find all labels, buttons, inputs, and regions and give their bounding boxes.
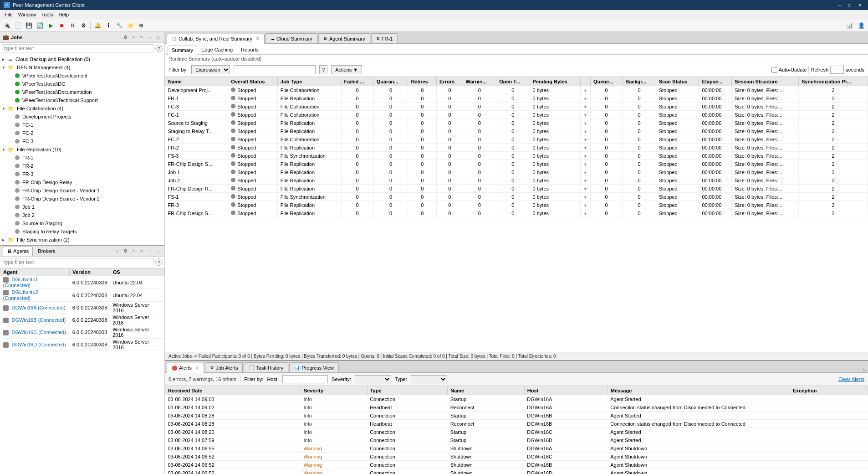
agent-row[interactable]: DGWin16B (Connected) 6.0.0.20240308 Wind… (0, 314, 164, 326)
bottom-maximize-btn[interactable]: □ (863, 366, 866, 371)
main-tab[interactable]: ☁Cloud Summary (266, 33, 317, 43)
alert-row[interactable]: 03-08-2024 14:08:20 Info Connection Star… (165, 428, 868, 436)
col-sync-pr[interactable]: Synchronization Pr... (798, 77, 868, 86)
menu-file[interactable]: File (2, 11, 15, 18)
col-elapsed[interactable]: Elapse... (699, 77, 732, 86)
refresh-value-input[interactable]: 10 (830, 66, 844, 74)
col-queue[interactable]: Queue... (590, 77, 622, 86)
alert-col-host[interactable]: Host (524, 386, 608, 395)
jobs-maximize-icon[interactable]: □ (154, 34, 162, 41)
col-overall-status[interactable]: Overall Status (228, 77, 277, 86)
table-row[interactable]: Job 2 Stopped File Replication 0 0 0 0 0… (165, 176, 868, 185)
col-openf[interactable]: Open F... (496, 77, 530, 86)
agents-tab[interactable]: 🖥 Agents (3, 247, 33, 256)
tree-item[interactable]: Source to Staging (0, 219, 164, 227)
agent-row[interactable]: DGUbuntu1 (Connected) 6.0.0.20240308 Ubu… (0, 276, 164, 289)
menu-tools[interactable]: Tools (39, 11, 56, 18)
main-tab[interactable]: ⚙FR-1 (371, 33, 398, 43)
alerts-severity-select[interactable] (355, 375, 391, 383)
tb-more-icon[interactable]: ⊕ (136, 21, 146, 31)
tree-item[interactable]: Staging to Relay Targets (0, 227, 164, 236)
main-tab[interactable]: 🖥Agent Summary (318, 33, 370, 43)
agents-maximize-icon[interactable]: □ (154, 247, 162, 255)
agents-help-button[interactable]: ? (155, 258, 163, 266)
tb-connect-icon[interactable]: 🔌 (2, 21, 12, 31)
alert-row[interactable]: 03-08-2024 14:08:28 Info Heartbeat Recon… (165, 420, 868, 428)
tb-alert-icon[interactable]: 🔔 (92, 21, 102, 31)
table-row[interactable]: FR-1 Stopped File Replication 0 0 0 0 0 … (165, 94, 868, 103)
col-errors[interactable]: Errors (437, 77, 463, 86)
tb-new-icon[interactable]: 📄 (13, 21, 23, 31)
tree-item[interactable]: \\PeerTest.local\Technical Support (0, 96, 164, 104)
tree-item[interactable]: Job 1 (0, 203, 164, 211)
alert-col-exception[interactable]: Exception (790, 386, 868, 395)
tb-stop-icon[interactable]: ■ (56, 21, 66, 31)
tb-refresh-icon[interactable]: 🔄 (35, 21, 45, 31)
menu-help[interactable]: Help (56, 11, 72, 18)
agent-row[interactable]: DGWin16C (Connected) 6.0.0.20240308 Wind… (0, 326, 164, 339)
tb-settings-icon[interactable]: ⚙ (78, 21, 88, 31)
tree-item[interactable]: ▼📁File Collaboration (4) (0, 104, 164, 113)
tb-save-icon[interactable]: 💾 (24, 21, 34, 31)
tree-item[interactable]: FR-Chip Design Relay (0, 178, 164, 186)
tb-right1-icon[interactable]: 📊 (844, 21, 854, 31)
sub-tab-reports[interactable]: Reports (237, 45, 263, 54)
actions-button[interactable]: Actions ▼ (331, 65, 362, 74)
agents-sort-icon[interactable]: ↕ (113, 247, 121, 255)
filter-expression-input[interactable] (234, 65, 316, 74)
alert-col-date[interactable]: Received Date (165, 386, 301, 395)
tb-star-icon[interactable]: ⭐ (125, 21, 135, 31)
bottom-tab-progress-view[interactable]: 📊 Progress View (289, 362, 339, 372)
jobs-menu-icon[interactable]: ≡ (138, 34, 145, 41)
bottom-tab-job-alerts[interactable]: ⚙ Job Alerts (205, 362, 243, 372)
alert-col-severity[interactable]: Severity (301, 386, 367, 395)
tb-right2-icon[interactable]: 👤 (856, 21, 866, 31)
table-row[interactable]: FC-2 Stopped File Collaboration 0 0 0 0 … (165, 135, 868, 144)
tree-item[interactable]: FC-2 (0, 129, 164, 137)
tree-item[interactable]: FR-Chip Design Source - Vendor 2 (0, 195, 164, 203)
jobs-add-icon[interactable]: + (130, 34, 137, 41)
tree-item[interactable]: FC-3 (0, 137, 164, 145)
col-scan-status[interactable]: Scan Status (656, 77, 699, 86)
table-row[interactable]: FR-Chip Design S... Stopped File Replica… (165, 209, 868, 217)
alert-row[interactable]: 03-08-2024 14:06:52 Warning Connection S… (165, 461, 868, 469)
alert-col-type[interactable]: Type (367, 386, 448, 395)
agents-filter-input[interactable] (2, 258, 153, 266)
agents-add-icon[interactable]: + (130, 247, 137, 255)
table-row[interactable]: Staging to Relay T... Stopped File Repli… (165, 127, 868, 135)
tree-item[interactable]: \\PeerTest.local\Documentation (0, 88, 164, 96)
agent-row[interactable]: DGWin16A (Connected) 6.0.0.20240308 Wind… (0, 302, 164, 314)
clear-alerts-button[interactable]: Clear Alerts (838, 376, 864, 382)
filter-help-button[interactable]: ? (319, 65, 327, 74)
tree-item[interactable]: FR-3 (0, 170, 164, 178)
tree-item[interactable]: FC-1 (0, 121, 164, 129)
alert-row[interactable]: 03-08-2024 14:06:55 Warning Connection S… (165, 444, 868, 453)
menu-window[interactable]: Window (15, 11, 39, 18)
tb-pause-icon[interactable]: ⏸ (67, 21, 77, 31)
tree-item[interactable]: ▼📁File Replication (10) (0, 145, 164, 154)
tree-item[interactable]: ▶☁Cloud Backup and Replication (0) (0, 55, 164, 63)
agents-minimize-icon[interactable]: ─ (146, 247, 153, 255)
alerts-tab-close[interactable]: ✕ (195, 366, 199, 370)
jobs-minimize-icon[interactable]: ─ (146, 34, 153, 41)
bottom-tab-task-history[interactable]: 📋 Task History (244, 362, 288, 372)
jobs-help-button[interactable]: ? (155, 45, 163, 52)
jobs-filter-input[interactable] (2, 44, 153, 52)
alert-col-name[interactable]: Name (448, 386, 525, 395)
col-quaran[interactable]: Quaran... (373, 77, 408, 86)
maximize-button[interactable]: □ (845, 1, 854, 9)
table-row[interactable]: FS-1 Stopped File Synchronization 0 0 0 … (165, 193, 868, 201)
filter-by-select[interactable]: Expression (191, 65, 230, 74)
close-button[interactable]: ✕ (855, 1, 864, 9)
tree-item[interactable]: Development Projects (0, 113, 164, 121)
tb-play-icon[interactable]: ▶ (46, 21, 56, 31)
auto-update-label[interactable]: Auto-Update (771, 67, 807, 73)
tree-item[interactable]: ▶📁File Synchronization (2) (0, 236, 164, 244)
table-row[interactable]: FR-Chip Design S... Stopped File Replica… (165, 160, 868, 168)
main-tab[interactable]: 📋Collab, Sync, and Repl Summary✕ (167, 34, 265, 44)
alert-row[interactable]: 03-08-2024 14:09:02 Info Heartbeat Recon… (165, 403, 868, 412)
col-name[interactable]: Name (165, 77, 228, 86)
alerts-host-input[interactable] (282, 375, 328, 383)
alert-row[interactable]: 03-08-2024 14:08:28 Info Connection Star… (165, 412, 868, 420)
col-pending-bytes[interactable]: Pending Bytes (530, 77, 581, 86)
